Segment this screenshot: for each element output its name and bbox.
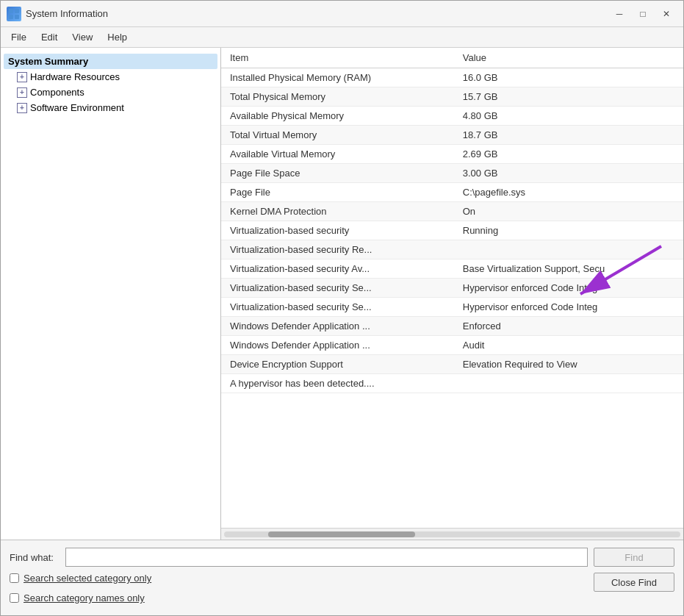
table-cell-value <box>454 374 683 393</box>
table-row[interactable]: Total Physical Memory15.7 GB <box>221 87 683 107</box>
title-bar-left: System Information <box>7 7 108 21</box>
table-cell-value: Hypervisor enforced Code Integ <box>454 279 683 298</box>
table-row[interactable]: Available Virtual Memory2.69 GB <box>221 145 683 164</box>
minimize-button[interactable]: ─ <box>608 5 630 23</box>
button-column: Close Find <box>594 573 674 592</box>
sidebar-item-system-summary[interactable]: System Summary <box>4 54 217 69</box>
table-cell-value: 15.7 GB <box>454 87 683 107</box>
table-row[interactable]: Virtualization-based securityRunning <box>221 221 683 240</box>
options-and-close: Search selected category only Search cat… <box>10 573 674 608</box>
table-row[interactable]: A hypervisor has been detected.... <box>221 374 683 393</box>
software-environment-label: Software Environment <box>30 102 124 113</box>
svg-rect-0 <box>9 9 13 13</box>
table-row[interactable]: Page FileC:\pagefile.sys <box>221 183 683 202</box>
table-cell-item: Virtualization-based security Av... <box>221 259 454 279</box>
menu-bar: File Edit View Help <box>1 27 683 48</box>
table-row[interactable]: Virtualization-based security Se...Hyper… <box>221 298 683 317</box>
search-selected-label: Search selected category only <box>24 573 151 584</box>
table-row[interactable]: Device Encryption SupportElevation Requi… <box>221 355 683 374</box>
sidebar: System Summary + Hardware Resources + Co… <box>1 48 221 540</box>
table-row[interactable]: Windows Defender Application ...Enforced <box>221 317 683 336</box>
table-cell-value: Enforced <box>454 317 683 336</box>
table-row[interactable]: Total Virtual Memory18.7 GB <box>221 126 683 145</box>
content-area: Item Value Installed Physical Memory (RA… <box>221 48 683 540</box>
table-cell-value: On <box>454 202 683 221</box>
search-selected-checkbox[interactable] <box>10 573 19 583</box>
table-cell-value: 3.00 GB <box>454 164 683 183</box>
table-cell-item: Windows Defender Application ... <box>221 317 454 336</box>
table-cell-item: Page File <box>221 183 454 202</box>
expand-software-icon: + <box>17 103 27 113</box>
table-row[interactable]: Installed Physical Memory (RAM)16.0 GB <box>221 68 683 87</box>
main-window: System Information ─ □ ✕ File Edit View … <box>0 0 684 616</box>
app-icon <box>7 7 21 21</box>
expand-components-icon: + <box>17 87 27 98</box>
data-table: Item Value Installed Physical Memory (RA… <box>221 48 683 393</box>
table-cell-value: Hypervisor enforced Code Integ <box>454 298 683 317</box>
menu-help[interactable]: Help <box>100 29 134 46</box>
horizontal-scrollbar[interactable] <box>221 528 683 540</box>
table-row[interactable]: Page File Space3.00 GB <box>221 164 683 183</box>
table-cell-value: 16.0 GB <box>454 68 683 87</box>
table-cell-item: A hypervisor has been detected.... <box>221 374 454 393</box>
title-bar: System Information ─ □ ✕ <box>1 1 683 27</box>
find-input[interactable] <box>65 548 588 567</box>
scrollbar-track <box>224 531 680 537</box>
table-cell-item: Device Encryption Support <box>221 355 454 374</box>
search-category-names-label: Search category names only <box>24 592 145 604</box>
table-cell-item: Page File Space <box>221 164 454 183</box>
maximize-button[interactable]: □ <box>632 5 654 23</box>
checkbox-row-1: Search selected category only <box>10 573 151 584</box>
table-cell-item: Installed Physical Memory (RAM) <box>221 68 454 87</box>
find-label: Find what: <box>10 552 60 563</box>
table-cell-item: Virtualization-based security <box>221 221 454 240</box>
table-row[interactable]: Windows Defender Application ...Audit <box>221 336 683 355</box>
close-find-button[interactable]: Close Find <box>594 573 674 592</box>
sidebar-item-hardware-resources[interactable]: + Hardware Resources <box>4 69 217 85</box>
table-row[interactable]: Kernel DMA ProtectionOn <box>221 202 683 221</box>
menu-edit[interactable]: Edit <box>34 29 65 46</box>
title-bar-controls: ─ □ ✕ <box>608 5 677 23</box>
find-row: Find what: Find <box>10 548 674 567</box>
table-row[interactable]: Virtualization-based security Se...Hyper… <box>221 279 683 298</box>
table-cell-value: 4.80 GB <box>454 107 683 126</box>
sidebar-item-software-environment[interactable]: + Software Environment <box>4 100 217 115</box>
table-cell-value: Running <box>454 221 683 240</box>
table-cell-value: Elevation Required to View <box>454 355 683 374</box>
svg-rect-1 <box>15 9 19 13</box>
table-cell-item: Virtualization-based security Se... <box>221 279 454 298</box>
table-cell-value: C:\pagefile.sys <box>454 183 683 202</box>
expand-hardware-icon: + <box>17 72 27 82</box>
table-cell-item: Virtualization-based security Se... <box>221 298 454 317</box>
close-button[interactable]: ✕ <box>655 5 677 23</box>
checkbox-row-2: Search category names only <box>10 592 151 604</box>
table-cell-item: Kernel DMA Protection <box>221 202 454 221</box>
bottom-panel: Find what: Find Search selected category… <box>1 540 683 615</box>
main-content: System Summary + Hardware Resources + Co… <box>1 48 683 540</box>
svg-rect-2 <box>9 15 13 19</box>
system-summary-label: System Summary <box>8 56 88 67</box>
table-row[interactable]: Virtualization-based security Re... <box>221 240 683 259</box>
table-cell-item: Windows Defender Application ... <box>221 336 454 355</box>
hardware-resources-label: Hardware Resources <box>30 71 120 82</box>
column-value: Value <box>454 48 683 68</box>
table-cell-item: Virtualization-based security Re... <box>221 240 454 259</box>
sidebar-item-components[interactable]: + Components <box>4 85 217 100</box>
search-category-names-checkbox[interactable] <box>10 593 19 603</box>
find-button[interactable]: Find <box>594 548 674 567</box>
table-cell-value <box>454 240 683 259</box>
components-label: Components <box>30 87 84 98</box>
table-cell-item: Available Physical Memory <box>221 107 454 126</box>
table-cell-item: Total Virtual Memory <box>221 126 454 145</box>
table-row[interactable]: Available Physical Memory4.80 GB <box>221 107 683 126</box>
options-column: Search selected category only Search cat… <box>10 573 151 608</box>
table-row[interactable]: Virtualization-based security Av...Base … <box>221 259 683 279</box>
menu-file[interactable]: File <box>4 29 34 46</box>
scrollbar-thumb[interactable] <box>268 531 415 537</box>
table-container[interactable]: Item Value Installed Physical Memory (RA… <box>221 48 683 528</box>
table-cell-value: Audit <box>454 336 683 355</box>
menu-view[interactable]: View <box>65 29 100 46</box>
table-cell-value: Base Virtualization Support, Secu <box>454 259 683 279</box>
table-cell-item: Total Physical Memory <box>221 87 454 107</box>
table-cell-item: Available Virtual Memory <box>221 145 454 164</box>
